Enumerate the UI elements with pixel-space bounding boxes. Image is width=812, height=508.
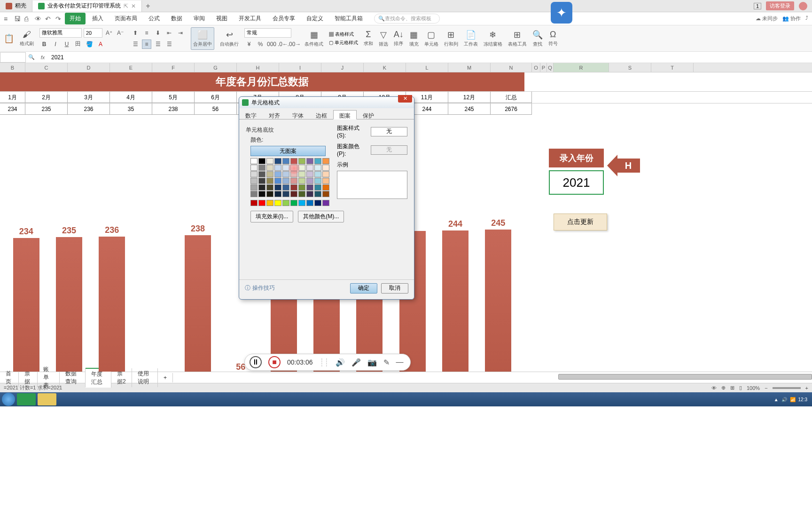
ok-button[interactable]: 确定 bbox=[350, 283, 377, 294]
size-select[interactable] bbox=[84, 28, 102, 38]
color-swatch[interactable] bbox=[314, 165, 321, 171]
recording-toolbar[interactable]: ⏸ ■ 00:03:06 ┊┊ 🔊 🎤 📷 ✎ — bbox=[244, 354, 411, 371]
year-input-cell[interactable]: 2021 bbox=[549, 170, 604, 195]
value-cell[interactable]: 235 bbox=[25, 103, 68, 115]
month-header[interactable]: 6月 bbox=[195, 92, 237, 103]
color-swatch[interactable] bbox=[298, 200, 305, 206]
dec-dec-icon[interactable]: .00→ bbox=[289, 40, 299, 49]
color-swatch[interactable] bbox=[258, 184, 265, 190]
tray-icon[interactable]: 🔊 bbox=[781, 397, 787, 402]
color-swatch[interactable] bbox=[306, 158, 313, 164]
zoom-icon[interactable]: 🔍 bbox=[26, 54, 37, 60]
color-swatch[interactable] bbox=[250, 165, 258, 171]
col-header-J[interactable]: J bbox=[321, 63, 364, 72]
tab-document[interactable]: 业务收付款凭证打印管理系统 ⇱ ✕ bbox=[32, 0, 142, 12]
color-swatch[interactable] bbox=[274, 165, 281, 171]
align-right-icon[interactable]: ☰ bbox=[153, 40, 163, 49]
tray-icon[interactable]: 📶 bbox=[790, 397, 796, 402]
color-swatch[interactable] bbox=[250, 171, 258, 177]
save-icon[interactable]: 🖫 bbox=[14, 15, 22, 23]
color-swatch[interactable] bbox=[306, 165, 313, 171]
indent-inc-icon[interactable]: ⇥ bbox=[176, 28, 185, 38]
color-swatch[interactable] bbox=[290, 184, 297, 190]
close-icon[interactable]: ✕ bbox=[131, 3, 136, 9]
color-swatch[interactable] bbox=[322, 178, 329, 184]
start-button[interactable] bbox=[2, 393, 15, 406]
color-swatch[interactable] bbox=[266, 171, 273, 177]
pen-icon[interactable]: ✎ bbox=[383, 358, 390, 367]
color-swatch[interactable] bbox=[298, 178, 305, 184]
undo-icon[interactable]: ↶ bbox=[45, 15, 53, 23]
color-swatch[interactable] bbox=[314, 158, 321, 164]
tray-icon[interactable]: ▲ bbox=[774, 397, 779, 402]
color-swatch[interactable] bbox=[282, 178, 289, 184]
color-swatch[interactable] bbox=[314, 171, 321, 177]
more-colors-button[interactable]: 其他颜色(M)... bbox=[298, 211, 344, 222]
symbol[interactable]: Ω符号 bbox=[548, 30, 558, 47]
border-icon[interactable]: 田 bbox=[73, 40, 83, 49]
dialog-tab-5[interactable]: 保护 bbox=[357, 110, 380, 119]
print-icon[interactable]: ⎙ bbox=[24, 15, 32, 23]
color-swatch[interactable] bbox=[282, 165, 289, 171]
fill-color-icon[interactable]: 🪣 bbox=[85, 40, 94, 49]
color-swatch[interactable] bbox=[314, 200, 321, 206]
italic-icon[interactable]: I bbox=[51, 40, 60, 49]
webcam-icon[interactable]: 📷 bbox=[367, 358, 377, 367]
share-button[interactable]: ⤴ bbox=[805, 15, 808, 22]
color-swatch[interactable] bbox=[290, 200, 297, 206]
color-swatch[interactable] bbox=[298, 158, 305, 164]
zoom-in-icon[interactable]: + bbox=[805, 385, 808, 391]
color-swatch[interactable] bbox=[298, 171, 305, 177]
dialog-tab-3[interactable]: 边框 bbox=[310, 110, 333, 119]
month-header[interactable]: 3月 bbox=[68, 92, 110, 103]
zoom-slider[interactable] bbox=[773, 387, 801, 389]
color-swatch[interactable] bbox=[274, 171, 281, 177]
col-header-H[interactable]: H bbox=[237, 63, 279, 72]
add-tab-button[interactable]: + bbox=[142, 2, 154, 10]
formula-input[interactable] bbox=[48, 52, 812, 63]
color-swatch[interactable] bbox=[250, 184, 258, 190]
menu-dev[interactable]: 开发工具 bbox=[234, 13, 266, 24]
color-swatch[interactable] bbox=[322, 171, 329, 177]
col-header-E[interactable]: E bbox=[110, 63, 152, 72]
color-swatch[interactable] bbox=[274, 191, 281, 197]
color-swatch[interactable] bbox=[274, 200, 281, 206]
color-swatch[interactable] bbox=[290, 158, 297, 164]
dialog-tab-4[interactable]: 图案 bbox=[333, 110, 357, 119]
color-swatch[interactable] bbox=[322, 158, 329, 164]
font-color-icon[interactable]: A bbox=[96, 40, 105, 49]
color-swatch[interactable] bbox=[250, 191, 258, 197]
menu-layout[interactable]: 页面布局 bbox=[110, 13, 142, 24]
value-cell[interactable]: 245 bbox=[448, 103, 491, 115]
command-search[interactable]: 🔍 查找命令、搜索模板 bbox=[374, 14, 440, 24]
color-swatch[interactable] bbox=[306, 191, 313, 197]
currency-icon[interactable]: ¥ bbox=[244, 40, 254, 49]
reading-icon[interactable]: ⊕ bbox=[721, 385, 726, 391]
number-format-select[interactable] bbox=[244, 28, 291, 38]
align-bottom-icon[interactable]: ⬇ bbox=[153, 28, 163, 38]
underline-icon[interactable]: U bbox=[62, 40, 71, 49]
merge-center[interactable]: ⬜合并居中 bbox=[191, 27, 214, 50]
worksheet[interactable]: 📄工作表 bbox=[464, 30, 478, 48]
col-header-F[interactable]: F bbox=[152, 63, 195, 72]
assistant-overlay-icon[interactable] bbox=[551, 2, 572, 24]
login-button[interactable]: 访客登录 bbox=[766, 1, 794, 10]
dialog-tab-0[interactable]: 数字 bbox=[239, 110, 263, 119]
dialog-tab-2[interactable]: 字体 bbox=[286, 110, 310, 119]
color-swatch[interactable] bbox=[290, 178, 297, 184]
col-header-R[interactable]: R bbox=[554, 63, 609, 72]
zoom-out-icon[interactable]: − bbox=[765, 385, 767, 391]
user-avatar-icon[interactable] bbox=[799, 2, 807, 10]
value-cell[interactable]: 236 bbox=[68, 103, 110, 115]
tips-link[interactable]: ⓘ 操作技巧 bbox=[245, 284, 275, 292]
menu-review[interactable]: 审阅 bbox=[189, 13, 210, 24]
dialog-titlebar[interactable]: 单元格格式 ✕ bbox=[239, 97, 414, 108]
freeze[interactable]: ❄冻结窗格 bbox=[484, 30, 502, 48]
add-sheet-button[interactable]: + bbox=[158, 373, 173, 382]
align-center-icon[interactable]: ≡ bbox=[142, 40, 151, 49]
find[interactable]: 🔍查找 bbox=[532, 30, 543, 48]
menu-formula[interactable]: 公式 bbox=[144, 13, 164, 24]
tab-home[interactable]: 稻壳 bbox=[0, 0, 32, 12]
page-icon[interactable]: ▯ bbox=[739, 385, 742, 391]
color-swatch[interactable] bbox=[282, 158, 289, 164]
